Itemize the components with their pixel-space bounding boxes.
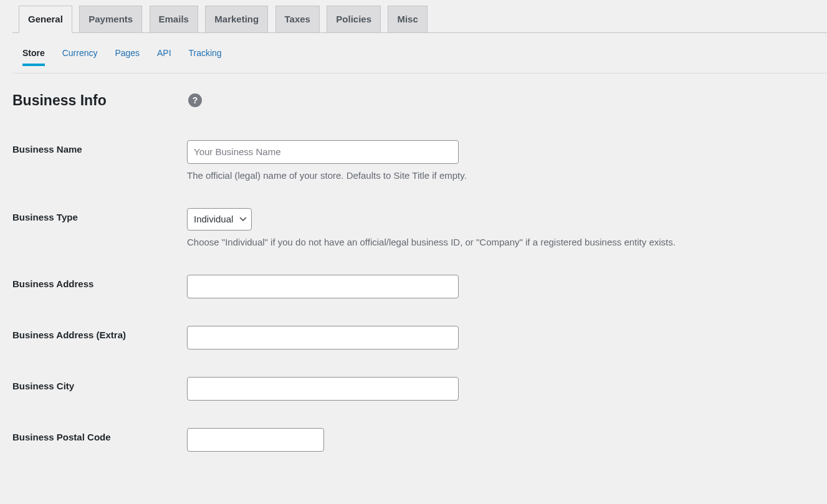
label-business-type: Business Type [12, 208, 187, 222]
main-tab-bar: General Payments Emails Marketing Taxes … [12, 0, 827, 33]
business-address-extra-input[interactable] [187, 326, 459, 349]
tab-emails[interactable]: Emails [150, 6, 198, 32]
tab-policies[interactable]: Policies [327, 6, 381, 32]
label-business-city: Business City [12, 377, 187, 391]
business-type-description: Choose "Individual" if you do not have a… [187, 237, 815, 247]
subtab-store[interactable]: Store [22, 40, 45, 66]
business-info-section: Business Info ? Business Name The offici… [0, 74, 827, 492]
row-business-type: Business Type Individual Choose "Individ… [12, 208, 815, 247]
label-business-address: Business Address [12, 275, 187, 289]
tab-taxes[interactable]: Taxes [275, 6, 320, 32]
business-city-input[interactable] [187, 377, 459, 401]
business-type-select[interactable]: Individual [187, 208, 252, 231]
business-name-input[interactable] [187, 140, 459, 164]
subtab-pages[interactable]: Pages [115, 40, 140, 65]
label-business-address-extra: Business Address (Extra) [12, 326, 187, 340]
tab-payments[interactable]: Payments [79, 6, 142, 32]
section-heading: Business Info [12, 92, 187, 109]
help-icon[interactable]: ? [188, 93, 202, 107]
sub-tab-bar: Store Currency Pages API Tracking [12, 40, 827, 74]
subtab-api[interactable]: API [157, 40, 171, 65]
tab-general[interactable]: General [19, 6, 72, 33]
label-business-name: Business Name [12, 140, 187, 155]
business-address-input[interactable] [187, 275, 459, 298]
tab-marketing[interactable]: Marketing [205, 6, 268, 32]
tab-misc[interactable]: Misc [388, 6, 427, 32]
label-business-postal-code: Business Postal Code [12, 428, 187, 442]
row-business-postal-code: Business Postal Code [12, 428, 815, 452]
row-business-address: Business Address [12, 275, 815, 298]
business-name-description: The official (legal) name of your store.… [187, 170, 815, 181]
subtab-tracking[interactable]: Tracking [188, 40, 221, 65]
row-business-city: Business City [12, 377, 815, 401]
row-business-address-extra: Business Address (Extra) [12, 326, 815, 349]
business-postal-code-input[interactable] [187, 428, 324, 452]
row-business-name: Business Name The official (legal) name … [12, 140, 815, 181]
subtab-currency[interactable]: Currency [62, 40, 98, 65]
